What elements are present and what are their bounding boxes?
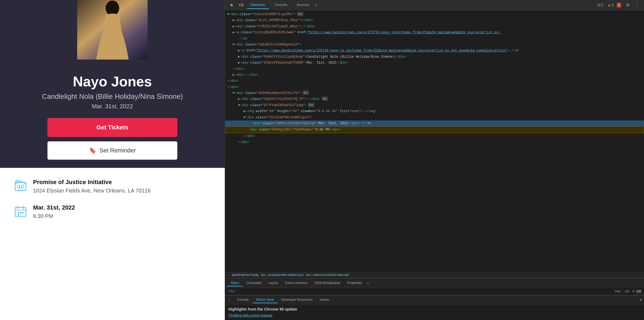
svg-rect-17: [242, 4, 243, 5]
filter-controls: :hov .cls + ⌨: [613, 289, 641, 294]
dom-line-7[interactable]: ▶ <a href="https://www.bandsintown.com/a…: [225, 48, 644, 54]
tab-sources[interactable]: Sources: [293, 1, 313, 9]
device-icon-btn[interactable]: [238, 1, 245, 9]
collapse-arrow-4[interactable]: ▶: [233, 30, 235, 35]
set-reminder-button[interactable]: 🔖 Set Reminder: [47, 141, 177, 160]
tab-elements[interactable]: Elements: [247, 1, 269, 9]
venue-detail-text: Promise of Justice Initiative 1024 Elysi…: [33, 179, 211, 194]
collapse-arrow-7[interactable]: ▶: [238, 48, 240, 53]
filter-plus-btn[interactable]: +: [632, 289, 635, 294]
flex-badge-14: flex: [303, 90, 309, 95]
venue-icon-svg: [14, 179, 28, 193]
svg-rect-4: [22, 185, 24, 187]
more-styles-tabs[interactable]: »: [367, 281, 369, 285]
warn-count: 5: [612, 3, 614, 7]
collapse-arrow-16[interactable]: ▼: [238, 103, 240, 108]
console-drawer-dots[interactable]: ⋮: [227, 297, 232, 302]
tab-event-listeners[interactable]: Event Listeners: [282, 280, 311, 286]
drawer-tab-console[interactable]: Console: [234, 297, 252, 303]
dom-line-12[interactable]: </div>: [225, 78, 644, 84]
dom-line-21[interactable]: </div>: [225, 133, 644, 139]
venue-row: Promise of Justice Initiative 1024 Elysi…: [14, 179, 211, 194]
dom-line-15[interactable]: ▶ <div class="CqO24YiYCuCXsHrFQ_tP" >…</…: [225, 96, 644, 102]
filter-bar: :hov .cls + ⌨: [225, 288, 644, 295]
artist-page: Nayo Jones Candlelight Nola (Billie Holi…: [0, 0, 225, 320]
ext-count: 6: [618, 3, 620, 7]
dom-line-6[interactable]: ▼ <div class="XaEaRISs2tbDA8ghm1Z3" >: [225, 42, 644, 48]
dom-line-9[interactable]: ▶ <div class="EfW1v6YNlQnbyB7fUHmR" >Mar…: [225, 60, 644, 66]
drawer-tab-dev-resources[interactable]: Developer Resources: [278, 297, 316, 303]
breadcrumb-bar: … qHZ0PqhP2cFTpdg div.Z61ZZuDY0KrUsN0CLQ…: [225, 272, 644, 278]
collapse-arrow-11[interactable]: ▶: [233, 72, 235, 78]
breadcrumb-dots: …: [228, 273, 230, 277]
drawer-tab-issues[interactable]: Issues: [316, 297, 332, 303]
console-tabs: ⋮ Console What's New × Developer Resourc…: [225, 296, 644, 304]
filter-bracket-btn[interactable]: ⌨: [636, 289, 641, 293]
tab-computed[interactable]: Computed: [243, 280, 265, 286]
dom-line-8[interactable]: ▶ <div class="PbHKFXY5zk12zpdE9vqk" >Can…: [225, 54, 644, 60]
filter-cls-btn[interactable]: .cls: [623, 289, 630, 294]
dom-line-18[interactable]: ▼ <div class="Z61ZZuDY0KrUsN0CLQl4" >: [225, 115, 644, 120]
dom-line-20-highlighted[interactable]: <div class="EVShpiZDtLTTZpfAxHav" >6:30 …: [225, 126, 644, 133]
filter-input[interactable]: [228, 289, 612, 293]
collapse-arrow[interactable]: ▼: [227, 12, 229, 17]
settings-gear-btn[interactable]: ⚙: [624, 1, 632, 9]
dom-line-14[interactable]: ▼ <div class="dh8hHUu9p8ote5YXiifd" > fl…: [225, 90, 644, 96]
dom-line-17[interactable]: ▶ <svg width="44" height="44" viewBox="0…: [225, 108, 644, 114]
collapse-arrow-3[interactable]: ▶: [233, 24, 235, 29]
reminder-icon: 🔖: [89, 147, 96, 154]
more-tabs[interactable]: »: [315, 3, 317, 7]
datetime-detail-text: Mar. 31st, 2022 6:30 PM: [33, 204, 211, 220]
whats-new-title: Highlights from the Chrome 99 update: [228, 307, 641, 311]
svg-point-14: [22, 212, 24, 214]
styles-panel: Styles Computed Layout Event Listeners D…: [225, 278, 644, 295]
ext-badge: 6: [617, 3, 621, 8]
dom-line-3[interactable]: ▶ <div class="F7R10lr6dTlupUZ_mPqj" >…</…: [225, 24, 644, 30]
dom-line-19-selected[interactable]: … <div class="z0MsckJvCkH2k7G8LFq9" >Mar…: [225, 120, 644, 126]
dom-line-13[interactable]: </div>: [225, 84, 644, 90]
tab-dom-breakpoints[interactable]: DOM Breakpoints: [311, 280, 344, 286]
dom-line-16[interactable]: ▼ <div class="EfJfYqHZ0PqhP2cFTpdg" > fl…: [225, 102, 644, 108]
event-date: Mar. 31st, 2022: [33, 204, 211, 211]
get-tickets-button[interactable]: Get Tickets: [47, 118, 177, 137]
dom-line-22[interactable]: </div>: [225, 139, 644, 145]
breadcrumb-item-1[interactable]: qHZ0PqhP2cFTpdg: [232, 273, 259, 277]
breadcrumb-item-3[interactable]: div.z0MsckJvCkH2k7G8LFq9: [306, 273, 349, 277]
error-badge: 9: [596, 3, 604, 8]
styles-tabs: Styles Computed Layout Event Listeners D…: [225, 279, 644, 288]
whats-new-tab-close[interactable]: ×: [272, 298, 274, 302]
venue-icon: [14, 179, 28, 193]
filter-hov-btn[interactable]: :hov: [613, 289, 622, 294]
dom-line-4[interactable]: ▶ <a class="iZzIxQNuR9Gi9sRL2wmk" href="…: [225, 30, 644, 35]
dom-line-10[interactable]: </div>: [225, 66, 644, 72]
collapse-arrow-6[interactable]: ▼: [233, 42, 235, 47]
collapse-arrow-9[interactable]: ▶: [238, 60, 240, 66]
drawer-tab-whats-new[interactable]: What's New ×: [253, 297, 278, 303]
tab-properties[interactable]: Properties: [344, 280, 366, 286]
svg-point-13: [20, 212, 21, 214]
devtools-panel: Elements Console Sources » 9 ▲ 5 6 ⚙ ⋮ ▼…: [225, 0, 644, 320]
collapse-arrow-14[interactable]: ▼: [233, 90, 235, 96]
date-row: Mar. 31st, 2022 6:30 PM: [14, 204, 211, 220]
collapse-arrow-17[interactable]: ▶: [243, 109, 245, 114]
devtools-more-btn[interactable]: ⋮: [633, 1, 641, 9]
dom-line-1[interactable]: ▼ <div class="fs3turGsXXRC7tsyoVRi" > fl…: [225, 11, 644, 17]
tab-styles[interactable]: Styles: [227, 280, 243, 286]
dom-line-11[interactable]: ▶ <div >…</div>: [225, 72, 644, 78]
breadcrumb-item-2[interactable]: div.Z61ZZuDY0KrUsN0CLQl4: [261, 273, 304, 277]
console-close-all-btn[interactable]: ×: [639, 298, 642, 302]
collapse-arrow-2[interactable]: ▶: [233, 18, 235, 23]
collapse-arrow-15[interactable]: ▶: [238, 96, 240, 102]
devtools-badges: 9 ▲ 5 6: [596, 3, 621, 8]
dom-tree[interactable]: ▼ <div class="fs3turGsXXRC7tsyoVRi" > fl…: [225, 10, 644, 272]
dom-line-2[interactable]: ▶ <div class="IciO_zHFMRVxEny_fRop" ></d…: [225, 17, 644, 23]
cursor-icon-btn[interactable]: [228, 1, 236, 9]
tab-layout[interactable]: Layout: [265, 280, 281, 286]
error-dot: [598, 4, 600, 6]
collapse-arrow-8[interactable]: ▶: [238, 54, 240, 60]
throttle-link[interactable]: Throttling web socket requests: [228, 314, 272, 317]
dom-line-5[interactable]: … </a>: [225, 36, 644, 42]
flex-badge: flex: [297, 12, 304, 16]
collapse-arrow-18[interactable]: ▼: [243, 115, 245, 120]
tab-console[interactable]: Console: [271, 1, 291, 9]
